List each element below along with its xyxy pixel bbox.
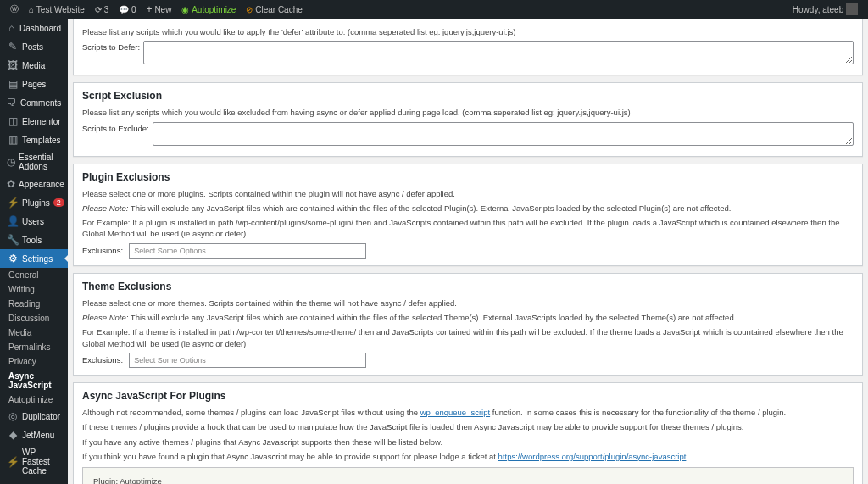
theme-exclusions-title: Theme Exclusions [82, 281, 854, 292]
autoptimize-icon: ◉ [181, 5, 189, 14]
pages-icon: ▤ [7, 78, 19, 90]
wp-logo[interactable]: ⓦ [5, 0, 24, 19]
updates-link[interactable]: ⟳ 3 [90, 0, 114, 19]
nav-smush[interactable]: ◓Smush [0, 479, 68, 484]
sub-autoptimize[interactable]: Autoptimize [0, 392, 68, 407]
admin-sidebar: ⌂Dashboard ✎Posts 🖾Media ▤Pages 🗨Comment… [0, 19, 68, 484]
new-link[interactable]: + New [142, 0, 177, 19]
script-exclusion-panel: Script Exclusion Please list any scripts… [73, 82, 863, 156]
defer-label: Scripts to Defer: [82, 41, 140, 52]
theme-exclusions-select[interactable]: Select Some Options [129, 353, 366, 368]
users-icon: 👤 [7, 215, 19, 227]
nav-wp-fastest-cache[interactable]: ⚡WP Fastest Cache [0, 444, 68, 479]
theme-exclusions-panel: Theme Exclusions Please select one or mo… [73, 273, 863, 376]
settings-submenu: General Writing Reading Discussion Media… [0, 268, 68, 407]
media-icon: 🖾 [7, 59, 19, 71]
templates-icon: ▥ [7, 134, 19, 146]
plugin-exclusions-p1: Please select one or more plugins. Scrip… [82, 188, 854, 199]
sub-general[interactable]: General [0, 268, 68, 282]
wordpress-icon: ⓦ [10, 3, 19, 15]
essential-icon: ◷ [7, 156, 15, 168]
plugin-name-label: Plugin: Autoptimize [93, 476, 843, 484]
autoptimize-link[interactable]: ◉ Autoptimize [176, 0, 241, 19]
nav-settings[interactable]: ⚙Settings [0, 249, 68, 268]
autoptimize-support-box: Plugin: Autoptimize https://wordpress.or… [82, 467, 854, 484]
clear-cache-icon: ⊘ [246, 5, 253, 14]
scripts-to-defer-panel: Please list any scripts which you would … [73, 19, 863, 75]
sub-discussion[interactable]: Discussion [0, 311, 68, 325]
plugins-icon: ⚡ [7, 197, 19, 209]
defer-description: Please list any scripts which you would … [82, 26, 854, 37]
plugin-exclusions-select[interactable]: Select Some Options [129, 243, 366, 259]
scripts-to-exclude-input[interactable] [153, 122, 854, 146]
ajfp-p2: If these themes / plugins provide a hook… [82, 421, 854, 432]
sub-async-javascript[interactable]: Async JavaScript [0, 369, 68, 392]
jetmenu-icon: ◆ [7, 429, 19, 441]
nav-jetmenu[interactable]: ◆JetMenu [0, 426, 68, 444]
home-icon: ⌂ [29, 5, 34, 14]
nav-pages[interactable]: ▤Pages [0, 75, 68, 93]
main-content: Please list any scripts which you would … [68, 19, 868, 484]
plugin-exclusions-panel: Plugin Exclusions Please select one or m… [73, 164, 863, 266]
appearance-icon: ✿ [7, 178, 15, 190]
script-exclusion-title: Script Exclusion [82, 90, 854, 102]
script-exclusion-label: Scripts to Exclude: [82, 122, 149, 133]
elementor-icon: ◫ [7, 115, 19, 127]
dashboard-icon: ⌂ [7, 22, 16, 34]
wpfc-icon: ⚡ [7, 456, 19, 468]
sub-reading[interactable]: Reading [0, 297, 68, 311]
nav-media[interactable]: 🖾Media [0, 56, 68, 75]
plugin-exclusions-p3: For Example: If a plugin is installed in… [82, 217, 854, 240]
duplicator-icon: ◎ [7, 410, 19, 422]
nav-posts[interactable]: ✎Posts [0, 37, 68, 56]
ajfp-p3: If you have any active themes / plugins … [82, 437, 854, 448]
refresh-icon: ⟳ [95, 5, 102, 14]
tools-icon: 🔧 [7, 234, 19, 246]
plugin-exclusions-label: Exclusions: [82, 246, 123, 255]
wp-enqueue-script-link[interactable]: wp_enqueue_script [420, 408, 490, 417]
howdy-link[interactable]: Howdy, ateeb [787, 0, 863, 19]
comments-icon: 🗨 [7, 97, 17, 108]
nav-essential-addons[interactable]: ◷Essential Addons [0, 149, 68, 175]
support-link[interactable]: https://wordpress.org/support/plugin/asy… [498, 452, 687, 461]
theme-exclusions-p1: Please select one or more themes. Script… [82, 298, 854, 309]
nav-templates[interactable]: ▥Templates [0, 131, 68, 149]
nav-elementor[interactable]: ◫Elementor [0, 112, 68, 131]
nav-dashboard[interactable]: ⌂Dashboard [0, 19, 68, 37]
admin-bar: ⓦ ⌂ Test Website ⟳ 3 💬 0 + New ◉ Autopti… [0, 0, 868, 19]
avatar [846, 3, 858, 15]
sub-permalinks[interactable]: Permalinks [0, 340, 68, 354]
plugins-badge: 2 [53, 198, 64, 207]
ajfp-p4: If you think you have found a plugin tha… [82, 451, 854, 462]
site-link[interactable]: ⌂ Test Website [24, 0, 90, 19]
plugin-exclusions-title: Plugin Exclusions [82, 171, 854, 183]
settings-icon: ⚙ [7, 253, 19, 264]
sub-privacy[interactable]: Privacy [0, 354, 68, 369]
nav-comments[interactable]: 🗨Comments [0, 93, 68, 112]
theme-exclusions-p3: For Example: If a theme is installed in … [82, 326, 854, 349]
clear-cache-link[interactable]: ⊘ Clear Cache [241, 0, 307, 19]
nav-duplicator[interactable]: ◎Duplicator [0, 407, 68, 426]
site-title: Test Website [36, 5, 85, 14]
comments-link[interactable]: 💬 0 [114, 0, 141, 19]
theme-exclusions-p2: Please Note: This will exclude any JavaS… [82, 312, 854, 323]
plus-icon: + [147, 3, 153, 15]
theme-exclusions-label: Exclusions: [82, 355, 123, 364]
sub-writing[interactable]: Writing [0, 282, 68, 297]
nav-users[interactable]: 👤Users [0, 212, 68, 231]
posts-icon: ✎ [7, 41, 19, 53]
ajfp-p1: Although not recommended, some themes / … [82, 407, 854, 418]
script-exclusion-desc: Please list any scripts which you would … [82, 107, 854, 118]
ajfp-title: Async JavaScript For Plugins [82, 390, 854, 402]
plugin-exclusions-p2: Please Note: This will exclude any JavaS… [82, 203, 854, 214]
sub-media[interactable]: Media [0, 325, 68, 340]
nav-tools[interactable]: 🔧Tools [0, 231, 68, 249]
comment-icon: 💬 [119, 5, 129, 14]
nav-plugins[interactable]: ⚡Plugins2 [0, 193, 68, 212]
nav-appearance[interactable]: ✿Appearance [0, 175, 68, 193]
ajfp-panel: Async JavaScript For Plugins Although no… [73, 382, 863, 484]
scripts-to-defer-input[interactable] [143, 41, 854, 64]
